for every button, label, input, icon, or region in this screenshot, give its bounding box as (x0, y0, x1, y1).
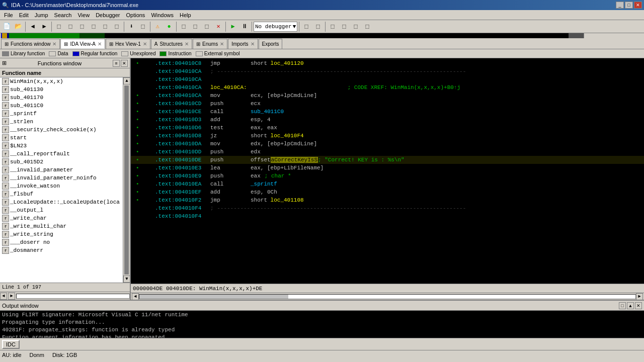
func-item-sub401170[interactable]: f sub_401170 (0, 94, 123, 102)
tab-functions[interactable]: ⊞ Functions window ✕ (1, 39, 60, 49)
output-restore-btn[interactable]: □ (619, 302, 626, 309)
ida-hscroll-right[interactable]: ► (636, 293, 643, 300)
func-item-reportfault[interactable]: f __call_reportfault (0, 150, 123, 158)
tb-btn13[interactable]: ⬚ (339, 21, 350, 32)
tb-btn9[interactable]: ⬚ (137, 21, 148, 32)
tb-stop[interactable]: ✕ (213, 21, 224, 32)
tab-functions-icon: ⊞ (5, 41, 9, 47)
func-item-start[interactable]: f start (0, 134, 123, 142)
func-item-security[interactable]: f __security_check_cookie(x) (0, 126, 123, 134)
menu-jump[interactable]: Jump (32, 11, 51, 19)
tab-ida-view[interactable]: ⊞ IDA View-A ✕ (60, 39, 105, 49)
tab-exports[interactable]: Exports (259, 39, 283, 49)
tb-btn3[interactable]: ⬚ (53, 21, 64, 32)
nav-dropdown[interactable] (584, 33, 644, 38)
titlebar-controls[interactable]: _ □ ✕ (616, 2, 642, 9)
panel-menu-btn[interactable]: ≡ (113, 60, 120, 67)
functions-scrollbar[interactable]: ▲ ▼ (123, 77, 130, 283)
func-item-flsbuf[interactable]: f _flsbuf (0, 190, 123, 198)
menu-edit[interactable]: Edit (16, 11, 32, 19)
menu-debugger[interactable]: Debugger (93, 11, 123, 19)
tb-back2[interactable]: ▶ (39, 21, 50, 32)
tb-btn12[interactable]: ⬚ (327, 21, 338, 32)
tb-btn11[interactable]: ⬚ (312, 21, 324, 32)
tb-run2[interactable]: ⬚ (190, 21, 201, 32)
tb-btn7[interactable]: ⬚ (100, 21, 111, 32)
idc-button[interactable]: IDC (2, 340, 20, 349)
tb-down[interactable]: ⬇ (126, 21, 137, 32)
func-scroll-thumb[interactable] (124, 85, 129, 275)
tb-warning[interactable]: ⚠ (152, 21, 163, 32)
ida-hscroll-track[interactable] (139, 294, 636, 299)
func-item-write-multi[interactable]: f _write_multi_char (0, 222, 123, 230)
func-nav-left[interactable]: ◄ (0, 293, 7, 300)
func-item-invalid-noinfo[interactable]: f __invalid_parameter_noinfo (0, 174, 123, 182)
menu-options[interactable]: Options (123, 11, 148, 19)
tb-circle[interactable]: ● (164, 21, 175, 32)
tab-struct-close[interactable]: ✕ (185, 41, 189, 47)
func-item-write-char[interactable]: f _write_char (0, 214, 123, 222)
tab-enums[interactable]: ⊞ Enums ✕ (193, 39, 227, 49)
menu-view[interactable]: View (74, 11, 93, 19)
tb-open[interactable]: 📂 (13, 21, 24, 32)
tb-play[interactable]: ▶ (227, 21, 238, 32)
output-content[interactable]: Using FLIRT signature: Microsoft Visual … (0, 311, 644, 338)
func-item-doserr[interactable]: f ___doserr no (0, 238, 123, 246)
func-item-localeupdate[interactable]: f _LocaleUpdate::_LocaleUpdate(loca (0, 198, 123, 206)
func-nav-right[interactable]: ► (8, 293, 15, 300)
output-maximize-btn[interactable]: ▲ (627, 302, 634, 309)
tab-functions-close[interactable]: ✕ (52, 41, 56, 47)
close-button[interactable]: ✕ (634, 2, 642, 9)
func-item-write-string[interactable]: f _write_string (0, 230, 123, 238)
ida-hscroll-thumb[interactable] (139, 295, 288, 299)
output-close-btn[interactable]: ✕ (635, 302, 642, 309)
tab-ida-close[interactable]: ✕ (98, 41, 102, 47)
func-item-output-l[interactable]: f __output_l (0, 206, 123, 214)
menu-windows[interactable]: Windows (148, 11, 177, 19)
tb-btn8[interactable]: ⬚ (111, 21, 122, 32)
ida-hscroll-left[interactable]: ◄ (132, 293, 139, 300)
func-item-sprintf[interactable]: f _sprintf (0, 110, 123, 118)
func-item-dosmanerr[interactable]: f _dosmanerr (0, 246, 123, 254)
menu-help[interactable]: Help (177, 11, 194, 19)
asm-op-jz1: short loc_4010F4 (251, 133, 304, 139)
menu-file[interactable]: File (1, 11, 16, 19)
tb-btn6[interactable]: ⬚ (88, 21, 99, 32)
tab-imports[interactable]: Imports ✕ (228, 39, 258, 49)
func-scroll-up[interactable]: ▲ (123, 77, 130, 84)
tb-back[interactable]: ◀ (27, 21, 38, 32)
panel-close-btn[interactable]: ✕ (121, 60, 128, 67)
func-item-sub4015d2[interactable]: f sub_4015D2 (0, 158, 123, 166)
func-item-winmain[interactable]: f WinMain(x,x,x,x) (0, 77, 123, 85)
tb-btn4[interactable]: ⬚ (65, 21, 76, 32)
ida-view-content[interactable]: • .text:004010C8 jmp short loc_401120 .t… (131, 58, 644, 284)
func-item-ln23[interactable]: f $LN23 (0, 142, 123, 150)
tab-structures[interactable]: A Structures ✕ (151, 39, 192, 49)
tab-enum-close[interactable]: ✕ (220, 41, 224, 47)
functions-list[interactable]: f WinMain(x,x,x,x) f sub_401130 f sub_40… (0, 77, 123, 283)
tb-new[interactable]: 📄 (1, 21, 12, 32)
tb-pause[interactable]: ⏸ (239, 21, 250, 32)
minimize-button[interactable]: _ (616, 2, 624, 9)
tab-imp-close[interactable]: ✕ (251, 41, 255, 47)
tb-run[interactable]: ⬚ (178, 21, 189, 32)
tab-hex-view[interactable]: ⊞ Hex View-1 ✕ (106, 39, 150, 49)
func-item-sub401130[interactable]: f sub_401130 (0, 85, 123, 94)
tb-btn5[interactable]: ⬚ (76, 21, 88, 32)
func-item-invoke-watson[interactable]: f __invoke_watson (0, 182, 123, 190)
ida-hscrollbar[interactable]: ◄ ► (131, 293, 644, 300)
maximize-button[interactable]: □ (625, 2, 633, 9)
tb-btn14[interactable]: ⬚ (350, 21, 361, 32)
asm-addr-4010e3: .text:004010E3 (140, 165, 210, 171)
menu-search[interactable]: Search (51, 11, 75, 19)
func-item-invalid-param[interactable]: f __invalid_parameter (0, 166, 123, 174)
tb-btn15[interactable]: ⬚ (362, 21, 373, 32)
debugger-dropdown[interactable]: No debugger ▼ (254, 22, 297, 32)
func-hscroll[interactable] (16, 294, 130, 299)
tb-btn10[interactable]: ⬚ (301, 21, 312, 32)
func-item-strlen[interactable]: f _strlen (0, 118, 123, 126)
tab-hex-close[interactable]: ✕ (143, 41, 147, 47)
tb-run3[interactable]: ⬚ (201, 21, 212, 32)
func-item-sub4011c0[interactable]: f sub_4011C0 (0, 102, 123, 110)
func-scroll-down[interactable]: ▼ (123, 276, 130, 283)
